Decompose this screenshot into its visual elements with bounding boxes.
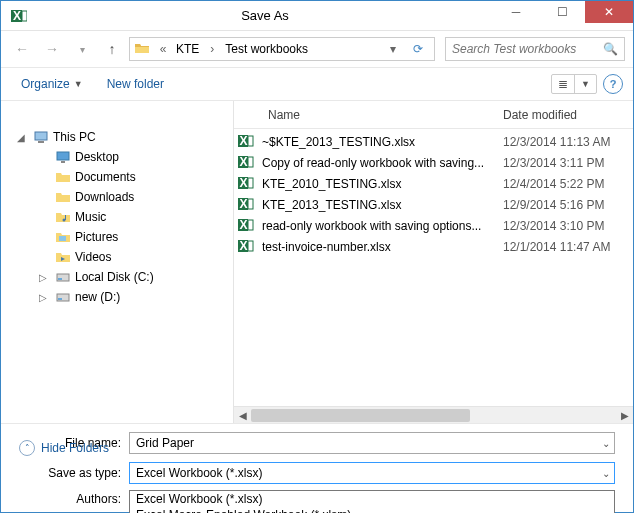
disk-icon [55,289,71,305]
authors-label: Authors: [19,492,129,506]
file-date: 12/3/2014 11:13 AM [503,135,633,149]
minimize-button[interactable]: ─ [493,1,539,23]
tree-node-documents[interactable]: Documents [39,167,227,187]
svg-text:X: X [240,134,248,148]
folder-tree: ◢ This PC DesktopDocumentsDownloadsMusic… [7,107,233,307]
videos-icon [55,249,71,265]
excel-file-icon: X [238,133,256,151]
file-header: Name Date modified [234,101,633,129]
search-box[interactable]: 🔍 [445,37,625,61]
excel-file-icon: X [238,154,256,172]
svg-rect-27 [248,220,253,230]
chevron-down-icon: ▼ [74,79,83,89]
address-bar[interactable]: « KTE › Test workbooks ▾ ⟳ [129,37,435,61]
view-list-icon: ≣ [552,75,574,93]
excel-file-icon: X [238,217,256,235]
svg-rect-24 [248,199,253,209]
nav-up-button[interactable]: ↑ [99,36,125,62]
svg-text:X: X [240,197,248,211]
desktop-icon [55,149,71,165]
nav-recent-dropdown[interactable]: ▾ [69,36,95,62]
type-option[interactable]: Excel Workbook (*.xlsx) [130,491,614,507]
file-date: 12/1/2014 11:47 AM [503,240,633,254]
music-icon [55,209,71,225]
address-dropdown-icon[interactable]: ▾ [384,42,402,56]
expand-caret-icon[interactable]: ▷ [39,272,51,283]
file-row[interactable]: XKTE_2010_TESTING.xlsx12/4/2014 5:22 PM [234,173,633,194]
type-dropdown-icon[interactable]: ⌄ [602,468,610,479]
tree-node-downloads[interactable]: Downloads [39,187,227,207]
file-date: 12/9/2014 5:16 PM [503,198,633,212]
crumb-sep-icon[interactable]: « [154,42,172,56]
tree-node-new-d-[interactable]: ▷new (D:) [39,287,227,307]
nav-forward-button[interactable]: → [39,36,65,62]
save-as-type-input[interactable]: Excel Workbook (*.xlsx) ⌄ [129,462,615,484]
organize-button[interactable]: Organize ▼ [11,73,93,95]
svg-rect-8 [65,215,66,220]
filename-input[interactable]: Grid Paper ⌄ [129,432,615,454]
expand-caret-icon[interactable]: ▷ [39,292,51,303]
chevron-down-icon: ▼ [574,75,596,93]
svg-rect-15 [248,136,253,146]
file-row[interactable]: XKTE_2013_TESTING.xlsx12/9/2014 5:16 PM [234,194,633,215]
file-name: read-only workbook with saving options..… [262,219,503,233]
file-row[interactable]: Xread-only workbook with saving options.… [234,215,633,236]
svg-text:X: X [240,176,248,190]
file-row[interactable]: X~$KTE_2013_TESTING.xlsx12/3/2014 11:13 … [234,131,633,152]
close-button[interactable]: ✕ [585,1,633,23]
svg-text:X: X [240,155,248,169]
svg-rect-18 [248,157,253,167]
file-name: test-invoice-number.xlsx [262,240,503,254]
tree-node-desktop[interactable]: Desktop [39,147,227,167]
column-date[interactable]: Date modified [503,108,633,122]
window-title: Save As [37,8,493,23]
svg-rect-3 [35,132,47,140]
file-list: X~$KTE_2013_TESTING.xlsx12/3/2014 11:13 … [234,129,633,406]
svg-text:X: X [240,218,248,232]
file-name: Copy of read-only workbook with saving..… [262,156,503,170]
crumb-test-workbooks[interactable]: Test workbooks [225,42,308,56]
pictures-icon [55,229,71,245]
folder-icon [55,189,71,205]
save-as-type-dropdown[interactable]: Excel Workbook (*.xlsx)Excel Macro-Enabl… [129,490,615,513]
maximize-button[interactable]: ☐ [539,1,585,23]
type-option[interactable]: Excel Macro-Enabled Workbook (*.xlsm) [130,507,614,513]
file-row[interactable]: Xtest-invoice-number.xlsx12/1/2014 11:47… [234,236,633,257]
scroll-left-icon[interactable]: ◀ [234,410,251,421]
file-name: KTE_2010_TESTING.xlsx [262,177,503,191]
file-pane: Name Date modified X~$KTE_2013_TESTING.x… [234,101,633,423]
scroll-thumb[interactable] [251,409,470,422]
tree-node-videos[interactable]: Videos [39,247,227,267]
folder-icon [134,40,150,59]
file-date: 12/3/2014 3:10 PM [503,219,633,233]
svg-rect-13 [58,298,62,300]
crumb-kte[interactable]: KTE [176,42,199,56]
help-button[interactable]: ? [603,74,623,94]
refresh-button[interactable]: ⟳ [406,42,430,56]
file-date: 12/4/2014 5:22 PM [503,177,633,191]
sidebar: ◢ This PC DesktopDocumentsDownloadsMusic… [1,101,233,423]
new-folder-button[interactable]: New folder [97,73,174,95]
nav-back-button[interactable]: ← [9,36,35,62]
tree-node-local-disk-c-[interactable]: ▷Local Disk (C:) [39,267,227,287]
svg-rect-6 [61,161,65,163]
scroll-right-icon[interactable]: ▶ [616,410,633,421]
file-row[interactable]: XCopy of read-only workbook with saving.… [234,152,633,173]
hide-folders-button[interactable]: ˄ Hide Folders [11,432,117,464]
scroll-track[interactable] [251,407,616,423]
crumb-chevron-icon[interactable]: › [203,42,221,56]
chevron-up-icon: ˄ [19,440,35,456]
view-mode-button[interactable]: ≣ ▼ [551,74,597,94]
file-name: KTE_2013_TESTING.xlsx [262,198,503,212]
tree-node-this-pc[interactable]: ◢ This PC [17,127,227,147]
tree-node-pictures[interactable]: Pictures [39,227,227,247]
tree-node-music[interactable]: Music [39,207,227,227]
filename-dropdown-icon[interactable]: ⌄ [602,438,610,449]
search-input[interactable] [452,42,603,56]
svg-text:X: X [240,239,248,253]
column-name[interactable]: Name [234,108,503,122]
folder-icon [55,169,71,185]
save-as-dialog: X Save As ─ ☐ ✕ ← → ▾ ↑ « KTE › Test wor… [0,0,634,513]
expand-caret-icon[interactable]: ◢ [17,132,29,143]
horizontal-scrollbar[interactable]: ◀ ▶ [234,406,633,423]
